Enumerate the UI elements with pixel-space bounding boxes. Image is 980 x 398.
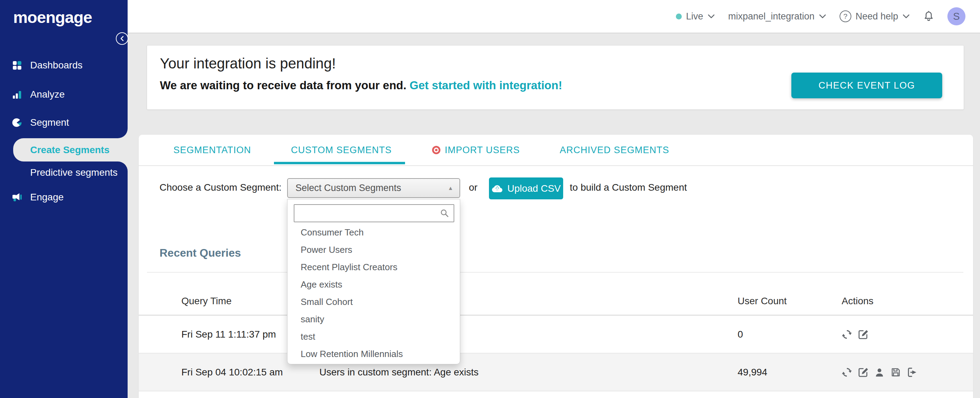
moengage-app: moengage Dashboards Analyze Seg <box>0 0 980 398</box>
pie-chart-icon <box>12 117 22 128</box>
sidebar-item-segment[interactable]: Segment <box>0 112 127 133</box>
actions-cell <box>842 367 973 377</box>
moengage-logo[interactable]: moengage <box>13 8 92 27</box>
bar-chart-icon <box>12 89 22 100</box>
avatar-initial: S <box>953 11 959 22</box>
chevron-left-icon <box>119 35 125 42</box>
question-circle-icon: ? <box>840 10 851 22</box>
sidebar-item-create-segments[interactable]: Create Segments <box>13 138 127 161</box>
segment-search-box <box>294 204 454 222</box>
tab-label: ARCHIVED SEGMENTS <box>560 145 669 156</box>
upload-csv-button[interactable]: Upload CSV <box>489 177 563 199</box>
section-divider <box>147 272 963 273</box>
custom-segment-dropdown-panel: Consumer Tech Power Users Recent Playlis… <box>287 199 460 364</box>
query-time-cell: Fri Sep 04 10:02:15 am <box>181 367 320 378</box>
refresh-icon[interactable] <box>842 329 852 340</box>
record-dot-icon <box>432 145 441 155</box>
segment-option[interactable]: Recent Playlist Creators <box>288 258 460 276</box>
environment-label: Live <box>686 11 703 22</box>
select-value: Select Custom Segments <box>296 183 448 193</box>
banner-subtitle: We are waiting to receive data from your… <box>160 79 562 92</box>
sidebar-corner-decoration <box>118 161 127 171</box>
project-name: mixpanel_integration <box>728 11 815 22</box>
environment-switcher[interactable]: Live <box>676 11 715 22</box>
edit-icon[interactable] <box>858 367 868 377</box>
segment-search-input[interactable] <box>299 208 440 219</box>
recent-queries-table: Query Time User Count Actions Fri Sep 11… <box>139 288 973 392</box>
table-row: Fri Sep 04 10:02:15 am Users in custom s… <box>139 353 973 392</box>
query-info-cell: Users in custom segment: Age exists <box>320 367 738 378</box>
sidebar: moengage Dashboards Analyze Seg <box>0 0 127 398</box>
segment-option[interactable]: Low Retention Millennials <box>288 345 460 363</box>
build-segment-suffix: to build a Custom Segment <box>570 182 687 193</box>
tab-label: SEGMENTATION <box>173 145 251 156</box>
search-icon <box>440 208 449 218</box>
help-menu[interactable]: ? Need help <box>840 10 910 22</box>
active-tab-underline <box>274 162 405 164</box>
topbar: Live mixpanel_integration ? Need help S <box>127 0 980 34</box>
user-count-cell: 49,994 <box>738 367 842 378</box>
sidebar-item-engage[interactable]: Engage <box>0 187 127 208</box>
table-row: Fri Sep 11 1:11:37 pm 0 <box>139 316 973 353</box>
chevron-down-icon <box>708 14 715 19</box>
recent-queries-title: Recent Queries <box>159 246 241 259</box>
segment-option[interactable]: Small Cohort <box>288 293 460 310</box>
project-switcher[interactable]: mixpanel_integration <box>728 11 826 22</box>
live-status-dot <box>676 14 682 19</box>
get-started-link[interactable]: Get started with integration! <box>410 79 562 92</box>
sidebar-item-label: Create Segments <box>30 144 110 156</box>
megaphone-icon <box>12 192 22 203</box>
tab-segmentation[interactable]: SEGMENTATION <box>173 145 251 156</box>
or-text: or <box>469 182 477 193</box>
sidebar-item-analyze[interactable]: Analyze <box>0 84 127 105</box>
sidebar-item-dashboards[interactable]: Dashboards <box>0 55 127 76</box>
segment-option[interactable]: Power Users <box>288 241 460 258</box>
sidebar-item-label: Engage <box>30 192 64 203</box>
dashboards-grid-icon <box>12 60 22 70</box>
integration-pending-banner: Your integration is pending! We are wait… <box>147 45 964 110</box>
column-header-user-count: User Count <box>738 296 842 307</box>
segments-content-card: SEGMENTATION CUSTOM SEGMENTS IMPORT USER… <box>139 135 973 398</box>
user-icon[interactable] <box>874 367 885 377</box>
choose-segment-label: Choose a Custom Segment: <box>159 182 282 193</box>
refresh-icon[interactable] <box>842 367 852 377</box>
check-event-log-button[interactable]: CHECK EVENT LOG <box>791 73 942 98</box>
segment-option[interactable]: sanity <box>288 310 460 328</box>
tab-label: CUSTOM SEGMENTS <box>291 145 392 156</box>
cloud-upload-icon <box>492 184 503 193</box>
sidebar-item-label: Segment <box>30 117 69 128</box>
segment-options-list: Consumer Tech Power Users Recent Playlis… <box>288 224 460 363</box>
segment-option[interactable]: Age exists <box>288 276 460 293</box>
user-count-cell: 0 <box>738 329 842 340</box>
banner-subtitle-text: We are waiting to receive data from your… <box>160 79 410 92</box>
user-avatar[interactable]: S <box>947 7 966 26</box>
save-icon[interactable] <box>891 367 901 377</box>
tab-archived-segments[interactable]: ARCHIVED SEGMENTS <box>560 145 669 156</box>
sidebar-item-label: Analyze <box>30 89 65 100</box>
sidebar-item-predictive-segments[interactable]: Predictive segments <box>0 163 127 182</box>
chevron-down-icon <box>819 14 826 19</box>
tab-import-users[interactable]: IMPORT USERS <box>432 145 520 156</box>
sidebar-item-label: Dashboards <box>30 60 83 71</box>
segment-option[interactable]: test <box>288 328 460 345</box>
sidebar-collapse-button[interactable] <box>116 32 128 45</box>
upload-csv-label: Upload CSV <box>508 183 561 194</box>
table-header-row: Query Time User Count Actions <box>139 288 973 315</box>
tab-custom-segments[interactable]: CUSTOM SEGMENTS <box>291 145 392 156</box>
segment-option[interactable]: Consumer Tech <box>288 224 460 241</box>
sidebar-item-label: Predictive segments <box>30 167 118 178</box>
segment-tabs: SEGMENTATION CUSTOM SEGMENTS IMPORT USER… <box>139 135 973 166</box>
column-header-actions: Actions <box>842 296 973 307</box>
custom-segment-select[interactable]: Select Custom Segments ▲ <box>287 178 460 198</box>
help-label: Need help <box>856 11 898 22</box>
sidebar-corner-decoration <box>118 128 127 138</box>
caret-up-icon: ▲ <box>448 185 453 191</box>
notifications-bell-icon[interactable] <box>923 10 934 22</box>
tab-label: IMPORT USERS <box>445 145 520 156</box>
actions-cell <box>842 329 973 340</box>
banner-title: Your integration is pending! <box>160 55 336 72</box>
export-icon[interactable] <box>907 367 917 377</box>
chevron-down-icon <box>902 14 910 19</box>
edit-icon[interactable] <box>858 329 868 340</box>
